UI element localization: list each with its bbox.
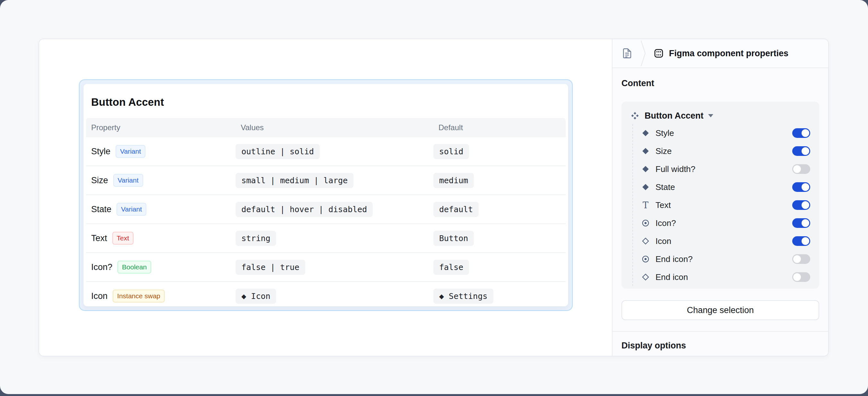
table-header-row: Property Values Default [86, 118, 566, 137]
diamond-filled-icon [642, 147, 649, 155]
toggle-icon[interactable] [792, 236, 810, 246]
property-type-badge: Boolean [118, 261, 151, 273]
property-toggle-list: Style Size Full width? State T Text Icon… [632, 124, 810, 286]
toggle-knob [793, 165, 801, 173]
default-cell: Button [433, 231, 566, 246]
document-icon [623, 48, 632, 59]
panel-property-label: End icon [655, 272, 792, 282]
column-header-values: Values [236, 123, 433, 132]
toggle-end-icon[interactable] [792, 272, 810, 282]
panel-header: Figma component properties [613, 39, 828, 68]
panel-property-label: Size [655, 146, 792, 156]
panel-property-label: End icon? [655, 254, 792, 264]
default-chip: Button [433, 231, 474, 246]
selected-component-name: Button Accent [645, 111, 704, 121]
toggle-knob [793, 255, 801, 263]
diamond-filled-icon [642, 129, 649, 137]
panel-property-label: State [655, 182, 792, 192]
panel-property-text: T Text [641, 196, 810, 214]
app-window: Button Accent Property Values Default St… [38, 38, 829, 357]
panel-property-end-icon: End icon? [641, 250, 810, 268]
component-selector[interactable]: Button Accent [630, 109, 810, 122]
toggle-style[interactable] [792, 128, 810, 138]
panel-property-icon: Icon [641, 232, 810, 250]
values-chip: string [236, 231, 276, 246]
default-cell: false [433, 260, 566, 275]
table-row: Icon? Boolean false | true false [86, 252, 566, 281]
property-cell: Size Variant [86, 174, 236, 187]
component-preview-card: Button Accent Property Values Default St… [84, 84, 568, 306]
toggle-knob [802, 147, 809, 155]
toggle-end-icon[interactable] [792, 254, 810, 264]
property-name: Size [91, 175, 108, 186]
column-header-default: Default [433, 123, 566, 132]
panel-title: Figma component properties [669, 49, 788, 58]
values-chip: ◆ Icon [236, 289, 276, 304]
toggle-knob [802, 237, 809, 245]
panel-property-label: Icon? [655, 218, 792, 228]
content-section-label: Content [621, 78, 819, 89]
values-cell: outline | solid [236, 144, 433, 159]
diamond-filled-icon [642, 165, 649, 173]
values-chip: small | medium | large [236, 173, 353, 188]
panel-property-state: State [641, 178, 810, 196]
property-type-badge: Variant [113, 174, 143, 187]
panel-property-label: Icon [655, 236, 792, 246]
default-chip: solid [433, 144, 469, 159]
values-cell: default | hover | disabled [236, 202, 433, 217]
toggle-state[interactable] [792, 182, 810, 192]
toggle-knob [802, 219, 809, 227]
table-row: Size Variant small | medium | large medi… [86, 166, 566, 195]
toggle-size[interactable] [792, 146, 810, 156]
property-type-badge: Instance swap [113, 290, 165, 302]
toggle-text[interactable] [792, 200, 810, 210]
toggle-knob [802, 129, 809, 137]
table-body: Style Variant outline | solid solid Size… [86, 137, 566, 310]
default-chip: ◆ Settings [433, 289, 493, 304]
properties-table: Property Values Default Style Variant ou… [86, 118, 566, 310]
property-cell: Icon? Boolean [86, 261, 236, 273]
toggle-knob [802, 183, 809, 191]
toggle-knob [793, 273, 801, 281]
property-cell: Icon Instance swap [86, 290, 236, 302]
figma-properties-panel: Figma component properties Content [612, 39, 828, 356]
panel-property-icon: Icon? [641, 214, 810, 232]
property-type-badge: Variant [117, 203, 146, 215]
property-name: Text [91, 233, 107, 243]
property-name: Icon? [91, 262, 112, 272]
toggle-full-width[interactable] [792, 164, 810, 174]
table-row: Text Text string Button [86, 223, 566, 252]
default-cell: medium [433, 173, 566, 188]
display-options-section: Display options [613, 331, 828, 351]
breadcrumb-separator [640, 39, 647, 67]
text-type-icon: T [643, 201, 648, 209]
property-cell: Text Text [86, 232, 236, 244]
chevron-down-icon [708, 114, 713, 117]
property-type-badge: Text [112, 232, 134, 244]
toggle-icon[interactable] [792, 218, 810, 228]
property-name: Icon [91, 291, 107, 301]
diamond-outline-icon [642, 237, 649, 245]
values-cell: ◆ Icon [236, 289, 433, 304]
panel-property-label: Full width? [655, 164, 792, 174]
values-chip: default | hover | disabled [236, 202, 373, 217]
default-chip: false [433, 260, 469, 275]
default-cell: default [433, 202, 566, 217]
panel-body: Content Button Accent [613, 68, 828, 320]
property-name: State [91, 204, 112, 215]
default-cell: ◆ Settings [433, 289, 566, 304]
component-title: Button Accent [84, 84, 568, 108]
component-diamonds-icon [630, 111, 640, 120]
values-cell: small | medium | large [236, 173, 433, 188]
panel-property-label: Style [655, 128, 792, 138]
page-background: Button Accent Property Values Default St… [0, 0, 868, 394]
change-selection-button[interactable]: Change selection [621, 300, 819, 320]
table-row: State Variant default | hover | disabled… [86, 195, 566, 223]
display-options-label: Display options [621, 340, 819, 351]
component-selection-frame[interactable]: Button Accent Property Values Default St… [79, 79, 573, 311]
component-grid-icon [654, 49, 663, 58]
panel-property-size: Size [641, 142, 810, 160]
column-header-property: Property [86, 123, 236, 132]
diamond-filled-icon [642, 183, 649, 191]
property-name: Style [91, 147, 111, 157]
